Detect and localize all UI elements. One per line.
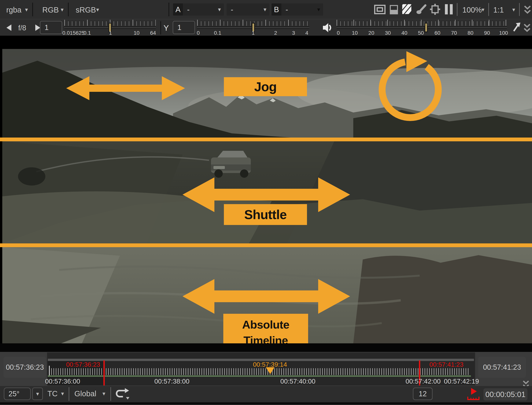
toolbar-divider: [457, 3, 458, 16]
tick-label: 2: [274, 30, 277, 36]
zoom-level-select[interactable]: 100%: [462, 6, 482, 14]
toolbar-divider: [488, 3, 489, 16]
volume-slider[interactable]: 0 10 20 30 40 50 60 70 80 90 100: [337, 20, 507, 36]
viewer-canvas[interactable]: Jog: [0, 36, 532, 352]
gain-input[interactable]: [40, 21, 62, 34]
fps-input[interactable]: [4, 388, 31, 400]
tick-label: 4: [305, 30, 308, 36]
playhead-handle[interactable]: [266, 367, 275, 374]
chevron-down-icon: ▾: [25, 7, 28, 13]
tick-label: 10: [134, 30, 140, 36]
tick-label: 70: [451, 30, 457, 36]
tick-label: 3: [292, 30, 295, 36]
tick-label: 0.1: [214, 30, 222, 36]
slider-track: [337, 27, 507, 29]
display-channels-select[interactable]: RGB: [42, 6, 59, 14]
wipe-split-icon[interactable]: [445, 4, 453, 15]
chevron-down-icon: ▾: [61, 7, 64, 13]
input-b-select[interactable]: B - ▾: [271, 3, 323, 16]
overlay-divider-line: [0, 137, 532, 141]
overlay-divider-line: [0, 243, 532, 247]
input-a-label: A: [173, 3, 183, 16]
channel-set-select[interactable]: rgba: [6, 6, 21, 14]
pointer-arrow-icon[interactable]: [513, 22, 521, 33]
tick-label: 0.015625: [62, 30, 85, 36]
tick-label: 20: [369, 30, 374, 36]
input-a-value: -: [187, 5, 218, 14]
input-a-select[interactable]: A - ▾: [173, 3, 224, 16]
toolbar-divider: [32, 3, 33, 16]
tick-label: 0: [337, 30, 340, 36]
proxy-toggle-icon[interactable]: [390, 5, 398, 14]
tick-label: 50: [418, 30, 424, 36]
timeline-ruler[interactable]: 00:57:36:23 00:57:39:14 00:57:41:23 00:5…: [47, 352, 475, 385]
toolbar-divider: [168, 3, 169, 16]
frame-range-select[interactable]: Global: [74, 389, 96, 398]
ruler-label: 00:57:40:00: [268, 378, 328, 385]
shuttle-label: Shuttle: [224, 204, 307, 225]
volume-speaker-icon[interactable]: [323, 23, 332, 33]
tick-label: 40: [401, 30, 407, 36]
volume-slider-handle[interactable]: [425, 23, 428, 32]
tick-label: 64: [150, 30, 156, 36]
gamma-input[interactable]: [173, 21, 195, 34]
letterbox-bar: [0, 343, 532, 352]
tick-label: 10: [352, 30, 358, 36]
tick-label: 80: [467, 30, 473, 36]
gamma-slider[interactable]: 0 0.1 1 2 3 4: [197, 20, 309, 36]
jog-label: Jog: [224, 77, 307, 96]
chevron-down-icon: ▾: [317, 7, 320, 12]
input-b-value: -: [286, 5, 317, 14]
roi-brush-icon[interactable]: [416, 4, 426, 14]
timeline-panel: 00:57:36:23 00:57:36:23 00:57:39:14 00:5…: [0, 352, 532, 386]
compare-mode-value: -: [231, 5, 263, 14]
first-frame-tick: [49, 366, 50, 376]
tick-label: 1: [252, 30, 255, 36]
duration-display[interactable]: 00:00:05:01: [484, 388, 527, 400]
in-point-display[interactable]: 00:57:36:23: [3, 357, 46, 378]
fps-dropdown-button[interactable]: ▾: [32, 388, 43, 400]
out-marker-label: 00:57:41:23: [422, 361, 471, 368]
out-point-display[interactable]: 00:57:41:23: [478, 357, 526, 378]
chevron-down-icon: ▾: [96, 7, 99, 13]
frame-skip-input[interactable]: [413, 388, 433, 400]
display-window-icon[interactable]: [374, 4, 385, 15]
gamma-label: Y: [163, 24, 169, 33]
loop-mode-icon[interactable]: [115, 388, 131, 401]
toolbar-divider: [160, 21, 161, 34]
chevron-down-icon: ▾: [218, 7, 221, 12]
tick-label: 60: [434, 30, 440, 36]
checkerboard-wipe-icon[interactable]: [402, 4, 412, 14]
chevron-down-icon: ▾: [512, 7, 515, 13]
transport-divider: [69, 387, 69, 401]
tick-label: 30: [385, 30, 391, 36]
viewer-adjust-bar: f/8 0.015625 0.1 1 10 64 Y 0 0.1 1 2: [0, 19, 532, 36]
transport-divider: [110, 387, 111, 401]
playback-range-icon[interactable]: [466, 388, 481, 400]
format-gate-icon[interactable]: [430, 4, 440, 15]
slider-major-ticks: [337, 20, 507, 26]
timecode-mode-select[interactable]: TC: [47, 389, 57, 398]
fstop-increment-button[interactable]: [35, 25, 40, 31]
pixel-aspect-select[interactable]: 1:1: [493, 6, 504, 14]
tick-label: 100: [499, 30, 508, 36]
tick-label: 0: [197, 30, 200, 36]
gain-slider[interactable]: 0.015625 0.1 1 10 64: [64, 20, 156, 36]
fstop-decrement-button[interactable]: [7, 25, 11, 31]
frame-ticks: [49, 368, 470, 375]
collapse-double-chevron-icon[interactable]: [524, 23, 531, 33]
absolute-timeline-label-line1: Absolute: [223, 318, 308, 331]
toolbar-divider: [519, 3, 520, 16]
jog-arrow-icon: [66, 76, 185, 100]
in-marker-label: 00:57:36:23: [55, 361, 100, 368]
chevron-down-icon: ▾: [102, 391, 105, 397]
ruler-label: 00:57:42:19: [431, 378, 492, 385]
absolute-timeline-arrow-icon: [182, 279, 350, 314]
chevron-down-icon: ▾: [36, 391, 39, 397]
ruler-label: 00:57:36:00: [32, 378, 93, 385]
viewer-colorspace-select[interactable]: sRGB: [76, 6, 96, 14]
compare-mode-select[interactable]: - ▾: [227, 3, 269, 16]
collapse-double-chevron-icon[interactable]: [524, 5, 531, 14]
input-b-label: B: [271, 3, 281, 16]
fstop-label: f/8: [18, 24, 26, 32]
